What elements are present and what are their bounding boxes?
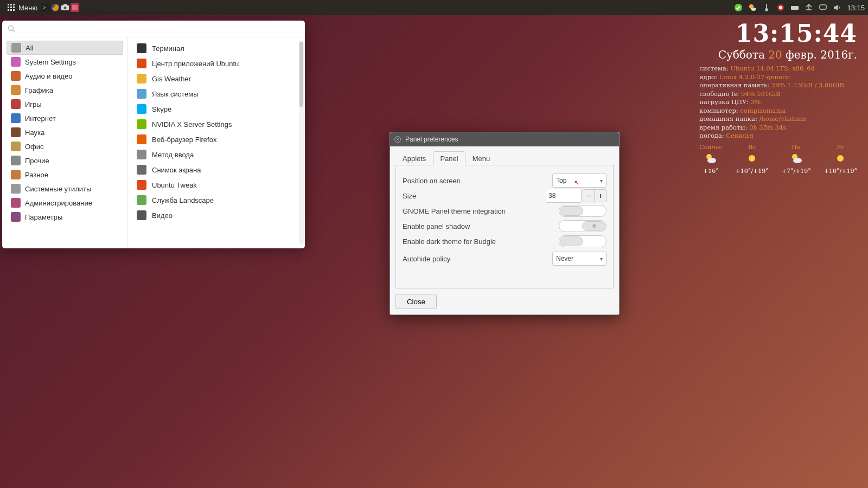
- system-tray: 13:15: [734, 3, 865, 12]
- category-item[interactable]: Параметры: [7, 210, 123, 224]
- category-label: Офис: [25, 143, 44, 151]
- size-increment-button[interactable]: +: [595, 189, 607, 202]
- category-label: Графика: [25, 86, 53, 94]
- application-menu: AllSystem SettingsАудио и видеоГрафикаИг…: [2, 21, 305, 248]
- gnome-integration-toggle[interactable]: [559, 205, 607, 217]
- category-item[interactable]: Администрирование: [7, 196, 123, 210]
- firefox-launcher-icon[interactable]: [50, 3, 60, 12]
- app-item[interactable]: Метод ввода: [133, 147, 303, 162]
- app-item[interactable]: Ubuntu Tweak: [133, 177, 303, 192]
- autohide-select[interactable]: Never: [552, 252, 607, 266]
- svg-line-26: [13, 30, 15, 33]
- temperature-icon[interactable]: [762, 3, 771, 12]
- terminal-launcher-icon[interactable]: >_: [41, 3, 50, 12]
- category-label: System Settings: [25, 58, 76, 66]
- svg-point-30: [749, 155, 755, 162]
- svg-rect-8: [13, 9, 15, 11]
- app-icon: [137, 59, 146, 68]
- network-tray-icon[interactable]: [805, 3, 813, 12]
- app-item[interactable]: Веб-браузер Firefox: [133, 132, 303, 147]
- menu-button[interactable]: Меню: [3, 2, 41, 14]
- category-icon: [11, 71, 21, 81]
- app-list-scrollbar[interactable]: [299, 41, 304, 245]
- app-item[interactable]: Снимок экрана: [133, 162, 303, 177]
- weather-tray-icon[interactable]: [748, 3, 757, 12]
- category-item[interactable]: All: [7, 41, 123, 55]
- tab-panel[interactable]: Panel: [433, 151, 465, 165]
- category-item[interactable]: Офис: [7, 139, 123, 153]
- tab-menu[interactable]: Menu: [465, 151, 497, 165]
- category-item[interactable]: Графика: [7, 83, 123, 97]
- screenshot-launcher-icon[interactable]: [60, 3, 70, 12]
- category-icon: [11, 85, 21, 95]
- volume-tray-icon[interactable]: [833, 3, 841, 12]
- forecast-temp: +10°/+19°: [736, 168, 769, 175]
- svg-point-32: [793, 158, 802, 163]
- forecast-temp: +10°/+19°: [824, 168, 857, 175]
- category-list: AllSystem SettingsАудио и видеоГрафикаИг…: [2, 37, 128, 248]
- position-label: Position on screen: [403, 177, 552, 185]
- close-icon[interactable]: [394, 136, 401, 143]
- menu-search-input[interactable]: [18, 24, 299, 34]
- svg-rect-0: [8, 4, 9, 5]
- app-item[interactable]: NVIDIA X Server Settings: [133, 117, 303, 132]
- forecast-day-name: Вс: [748, 144, 756, 151]
- svg-rect-5: [13, 7, 15, 8]
- category-icon: [11, 212, 21, 222]
- category-item[interactable]: Наука: [7, 125, 123, 139]
- weather-icon: [745, 152, 758, 166]
- app-launcher-icon[interactable]: [70, 3, 80, 12]
- category-item[interactable]: Интернет: [7, 111, 123, 125]
- app-icon: [137, 119, 146, 129]
- app-label: Снимок экрана: [152, 166, 201, 174]
- app-icon: [137, 43, 146, 53]
- application-list: ТерминалЦентр приложений UbuntuGis Weath…: [128, 37, 305, 248]
- category-item[interactable]: Аудио и видео: [7, 69, 123, 83]
- svg-rect-4: [10, 7, 12, 8]
- position-select[interactable]: Top: [552, 174, 607, 188]
- app-item[interactable]: Язык системы: [133, 86, 303, 101]
- svg-point-29: [707, 158, 716, 163]
- app-label: Язык системы: [152, 90, 199, 98]
- app-item[interactable]: Центр приложений Ubuntu: [133, 56, 303, 71]
- forecast-day: Вт+10°/+19°: [824, 144, 857, 175]
- category-icon: [11, 127, 21, 137]
- app-item[interactable]: Видео: [133, 208, 303, 223]
- app-label: Gis Weather: [152, 75, 191, 83]
- updates-tray-icon[interactable]: [776, 3, 785, 12]
- conky-row: ядро: Linux 4.2.0-27-generic: [699, 73, 857, 82]
- keyboard-tray-icon[interactable]: [790, 3, 799, 12]
- svg-point-22: [779, 6, 782, 9]
- conky-row: система: Ubuntu 14.04 LTS; x86_64: [699, 65, 857, 73]
- category-icon: [11, 57, 21, 67]
- size-label: Size: [403, 192, 546, 200]
- forecast-temp: +7°/+19°: [782, 168, 811, 175]
- size-decrement-button[interactable]: −: [583, 189, 595, 202]
- panel-clock[interactable]: 13:15: [847, 4, 865, 12]
- close-button[interactable]: Close: [395, 294, 437, 309]
- app-item[interactable]: Skype: [133, 101, 303, 117]
- dialog-titlebar[interactable]: Panel preferences: [390, 132, 619, 146]
- category-item[interactable]: System Settings: [7, 55, 123, 69]
- dark-theme-toggle[interactable]: [559, 235, 607, 247]
- app-item[interactable]: Терминал: [133, 41, 303, 56]
- chat-tray-icon[interactable]: [819, 3, 827, 12]
- svg-rect-14: [63, 4, 67, 6]
- app-label: Центр приложений Ubuntu: [152, 60, 239, 68]
- tab-applets[interactable]: Applets: [395, 151, 433, 165]
- conky-clock: 13:15:44: [699, 20, 857, 47]
- status-ok-icon[interactable]: [734, 3, 743, 12]
- category-item[interactable]: Игры: [7, 97, 123, 111]
- category-item[interactable]: Системные утилиты: [7, 182, 123, 196]
- shadow-toggle[interactable]: [559, 220, 607, 232]
- category-label: Прочие: [25, 157, 49, 165]
- shadow-label: Enable panel shadow: [403, 222, 559, 230]
- size-spin-input[interactable]: 38: [546, 189, 582, 203]
- svg-rect-3: [8, 7, 9, 8]
- panel-preferences-dialog: Panel preferences AppletsPanelMenu Posit…: [390, 132, 620, 315]
- category-item[interactable]: Прочие: [7, 153, 123, 168]
- category-item[interactable]: Разное: [7, 168, 123, 182]
- app-item[interactable]: Служба Landscape: [133, 192, 303, 208]
- menu-label: Меню: [18, 4, 37, 12]
- app-item[interactable]: Gis Weather: [133, 71, 303, 86]
